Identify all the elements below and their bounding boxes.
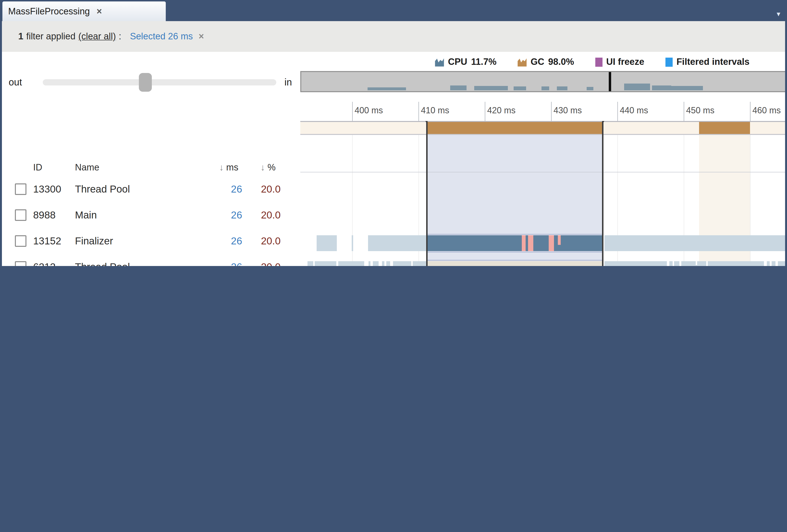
overview-position-marker[interactable] xyxy=(609,72,611,91)
legend-gc-label: GC xyxy=(531,57,545,67)
profiler-window: MassFileProcessing × ▾ 1 filter applied … xyxy=(0,0,787,266)
tick-410ms: 410 ms xyxy=(421,106,449,116)
thread-checkbox[interactable] xyxy=(15,261,26,266)
tab-title: MassFileProcessing xyxy=(8,6,90,17)
threads-timeline-canvas[interactable] xyxy=(300,121,785,266)
legend-filtered-intervals-label: Filtered intervals xyxy=(677,57,749,67)
col-header-ms[interactable]: ↓ ms xyxy=(219,162,238,173)
gc-interval-bar xyxy=(427,122,603,134)
clear-all-link[interactable]: (clear all) xyxy=(78,31,116,42)
tick-460ms: 460 ms xyxy=(752,106,781,116)
zoom-slider-thumb[interactable] xyxy=(139,73,152,92)
filter-bar: 1 filter applied (clear all) : Selected … xyxy=(2,21,785,52)
col-header-pct[interactable]: ↓ % xyxy=(260,162,276,173)
thread-checkbox[interactable] xyxy=(15,183,26,195)
selection-left-handle[interactable] xyxy=(419,121,426,123)
legend-gc-value: 98.0% xyxy=(548,57,574,67)
legend-cpu-label: CPU xyxy=(448,57,467,67)
col-header-name[interactable]: Name xyxy=(75,162,99,173)
legend-filtered-intervals: Filtered intervals xyxy=(665,57,749,67)
col-header-id[interactable]: ID xyxy=(33,162,42,173)
tick-440ms: 440 ms xyxy=(620,106,648,116)
zoom-slider-track[interactable] xyxy=(43,79,276,86)
gc-chart-icon xyxy=(518,58,527,66)
remove-filter-icon[interactable]: × xyxy=(199,31,204,42)
selected-filter-chip[interactable]: Selected 26 ms xyxy=(130,31,193,42)
timeline-panel: CPU 11.7% GC 98.0% UI freeze Filtered in… xyxy=(2,52,785,266)
selection-left-border[interactable] xyxy=(426,121,428,266)
legend-ui-freeze-label: UI freeze xyxy=(606,57,644,67)
filtered-intervals-swatch-icon xyxy=(665,58,673,66)
tick-420ms: 420 ms xyxy=(487,106,515,116)
filter-colon: : xyxy=(119,31,121,42)
tab-massfileprocessing[interactable]: MassFileProcessing × xyxy=(2,1,166,21)
legend-cpu: CPU 11.7% xyxy=(435,57,496,67)
tab-bar: MassFileProcessing × ▾ xyxy=(0,0,787,21)
thread-checkbox[interactable] xyxy=(15,209,26,221)
thread-row-selected-activity xyxy=(427,235,603,251)
legend-ui-freeze: UI freeze xyxy=(595,57,644,67)
zoom-out-label: out xyxy=(9,77,22,88)
cpu-chart-icon xyxy=(435,58,444,66)
gc-interval-bar-2 xyxy=(699,122,750,134)
overview-strip[interactable] xyxy=(300,71,785,92)
gc-strip xyxy=(300,121,785,135)
legend-gc: GC 98.0% xyxy=(518,57,574,67)
legend: CPU 11.7% GC 98.0% UI freeze Filtered in… xyxy=(2,57,769,67)
legend-cpu-value: 11.7% xyxy=(471,57,496,67)
tick-400ms: 400 ms xyxy=(355,106,383,116)
selection-right-border[interactable] xyxy=(602,121,603,266)
thread-checkbox[interactable] xyxy=(15,235,26,247)
tab-list-dropdown-icon[interactable]: ▾ xyxy=(777,9,780,18)
tick-430ms: 430 ms xyxy=(553,106,582,116)
tab-close-icon[interactable]: × xyxy=(97,6,102,17)
tick-450ms: 450 ms xyxy=(686,106,715,116)
ui-freeze-swatch-icon xyxy=(595,58,602,66)
zoom-in-label: in xyxy=(284,77,292,88)
filter-label: filter applied xyxy=(26,31,76,42)
timeline-ruler: 400 ms 410 ms 420 ms 430 ms 440 ms 450 m… xyxy=(300,101,785,121)
selection-right-handle[interactable] xyxy=(603,121,611,123)
filter-count: 1 xyxy=(18,31,23,42)
